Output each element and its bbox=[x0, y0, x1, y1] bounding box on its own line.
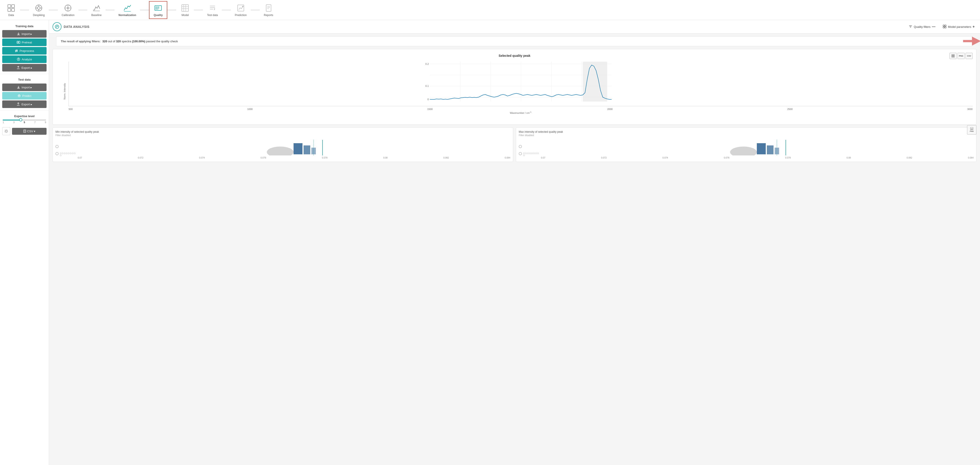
min-dot bbox=[74, 153, 75, 154]
min-x-ticks: 0.07 0.072 0.074 0.076 0.078 0.08 0.082 … bbox=[56, 156, 510, 159]
svg-rect-2 bbox=[8, 8, 11, 11]
max-histogram-svg bbox=[540, 140, 974, 156]
expertise-slider[interactable] bbox=[3, 119, 46, 121]
baseline-icon bbox=[92, 3, 101, 13]
bottom-charts-row: Min intensity of selected quality peak F… bbox=[52, 127, 977, 162]
main-chart-svg: 0.2 0.1 0 bbox=[68, 62, 973, 106]
min-dot bbox=[60, 153, 62, 154]
nav-item-quality[interactable]: Quality bbox=[149, 1, 167, 19]
analyze-button[interactable]: Analyze bbox=[2, 56, 46, 63]
grid-icon bbox=[943, 24, 947, 29]
max-radio-2[interactable] bbox=[519, 152, 522, 155]
svg-point-34 bbox=[242, 6, 243, 7]
nav-label-data: Data bbox=[8, 14, 14, 17]
bottom-charts-wrapper: PNG Min intensity of selected quality pe… bbox=[52, 127, 977, 162]
test-data-icon bbox=[208, 3, 217, 13]
max-dot bbox=[535, 153, 537, 154]
svg-text:0: 0 bbox=[427, 98, 429, 101]
y-axis-label: Norm. intensity bbox=[63, 83, 66, 99]
nav-item-calibration[interactable]: Calibration bbox=[58, 2, 78, 19]
nav-item-data[interactable]: Data bbox=[2, 2, 20, 19]
expertise-label-3: 3 bbox=[13, 121, 14, 124]
max-dot bbox=[533, 153, 535, 154]
training-import-button[interactable]: Import ▸ bbox=[2, 30, 46, 38]
chart-png-button[interactable]: PNG bbox=[958, 53, 965, 59]
quality-filters-button[interactable]: Quality filters — bbox=[907, 24, 937, 30]
nav-item-reports[interactable]: Reports bbox=[260, 2, 277, 19]
page-title: DATA ANALYSIS bbox=[64, 25, 905, 29]
svg-marker-75 bbox=[963, 37, 980, 45]
header-buttons: Quality filters — Model parameters + bbox=[907, 24, 977, 30]
max-chart-content bbox=[519, 138, 974, 156]
svg-rect-41 bbox=[19, 41, 20, 43]
test-export-button[interactable]: Export ▸ bbox=[2, 100, 46, 108]
nav-item-despiking[interactable]: Despiking bbox=[29, 2, 49, 19]
nav-item-prediction[interactable]: Prediction bbox=[231, 2, 251, 19]
nav-label-despiking: Despiking bbox=[33, 14, 45, 17]
model-parameters-label: Model parameters bbox=[948, 25, 971, 29]
chart-grid-view-button[interactable] bbox=[950, 53, 957, 59]
svg-text:0.2: 0.2 bbox=[425, 62, 429, 65]
min-chart-content bbox=[56, 138, 510, 156]
calibration-icon bbox=[63, 3, 73, 13]
pretreat-button[interactable]: Pretreat bbox=[2, 38, 46, 46]
nav-connector-9 bbox=[251, 10, 260, 10]
nav-item-model[interactable]: Model bbox=[176, 2, 194, 19]
quality-icon bbox=[153, 3, 163, 13]
min-radio-1[interactable] bbox=[56, 145, 59, 148]
svg-point-94 bbox=[267, 147, 294, 156]
nav-item-test-data[interactable]: Test data bbox=[203, 2, 222, 19]
min-dot bbox=[60, 154, 62, 156]
svg-point-46 bbox=[16, 50, 18, 51]
svg-point-100 bbox=[730, 147, 757, 156]
training-data-title: Training data bbox=[0, 23, 49, 29]
nav-label-model: Model bbox=[181, 14, 189, 17]
bottom-png-button[interactable]: PNG bbox=[967, 125, 977, 134]
nav-label-calibration: Calibration bbox=[62, 14, 75, 17]
filter-icon bbox=[908, 24, 913, 29]
prediction-icon bbox=[236, 3, 245, 13]
max-radio-1[interactable] bbox=[519, 145, 522, 148]
svg-line-31 bbox=[214, 8, 215, 9]
chart-title: Selected quality peak bbox=[286, 54, 744, 57]
predict-button[interactable]: Predict bbox=[2, 92, 46, 100]
nav-connector-6 bbox=[167, 10, 176, 10]
max-x-ticks: 0.07 0.072 0.074 0.076 0.078 0.08 0.082 … bbox=[519, 156, 974, 159]
expertise-labels: 1 3 5 7 9 bbox=[3, 121, 46, 124]
min-dot bbox=[72, 153, 73, 154]
expertise-label-9: 9 bbox=[45, 121, 46, 124]
svg-rect-35 bbox=[266, 5, 271, 11]
training-export-button[interactable]: Export ▸ bbox=[2, 64, 46, 72]
max-dots bbox=[523, 153, 539, 156]
model-parameters-button[interactable]: Model parameters + bbox=[941, 24, 977, 30]
theme-button[interactable] bbox=[2, 127, 10, 135]
csv-export-button[interactable]: CSV ▾ bbox=[12, 128, 46, 135]
svg-rect-71 bbox=[943, 25, 944, 26]
nav-item-normalization[interactable]: Normalization bbox=[115, 2, 140, 19]
min-radio-2[interactable] bbox=[56, 152, 59, 155]
svg-rect-78 bbox=[952, 56, 953, 57]
expertise-label-7: 7 bbox=[34, 121, 36, 124]
nav-label-reports: Reports bbox=[264, 14, 273, 17]
preprocess-button[interactable]: Preprocess bbox=[2, 47, 46, 54]
chart-csv-button[interactable]: CSV bbox=[966, 53, 973, 59]
quality-filters-action: — bbox=[932, 25, 935, 29]
nav-item-baseline[interactable]: Baseline bbox=[87, 2, 106, 19]
nav-label-prediction: Prediction bbox=[235, 14, 247, 17]
svg-point-13 bbox=[67, 7, 68, 9]
test-import-button[interactable]: Import ▸ bbox=[2, 83, 46, 91]
top-navigation: Data Despiking Calibration Baseline Norm… bbox=[0, 0, 980, 20]
expertise-thumb[interactable] bbox=[19, 118, 22, 121]
sidebar: Training data Import ▸ Pretreat Preproce… bbox=[0, 20, 49, 465]
max-dot bbox=[527, 153, 529, 154]
svg-rect-64 bbox=[24, 130, 26, 132]
arrow-annotation bbox=[963, 35, 980, 47]
filter-result-wrapper: The result of applying filters: 320 out … bbox=[52, 36, 977, 46]
despiking-icon bbox=[34, 3, 43, 13]
expertise-section: Expertise level 1 3 5 7 9 bbox=[0, 113, 49, 125]
svg-point-67 bbox=[55, 25, 59, 29]
svg-rect-79 bbox=[953, 56, 955, 57]
min-dot bbox=[66, 153, 67, 154]
svg-rect-3 bbox=[11, 8, 14, 11]
nav-connector-5 bbox=[140, 10, 149, 10]
